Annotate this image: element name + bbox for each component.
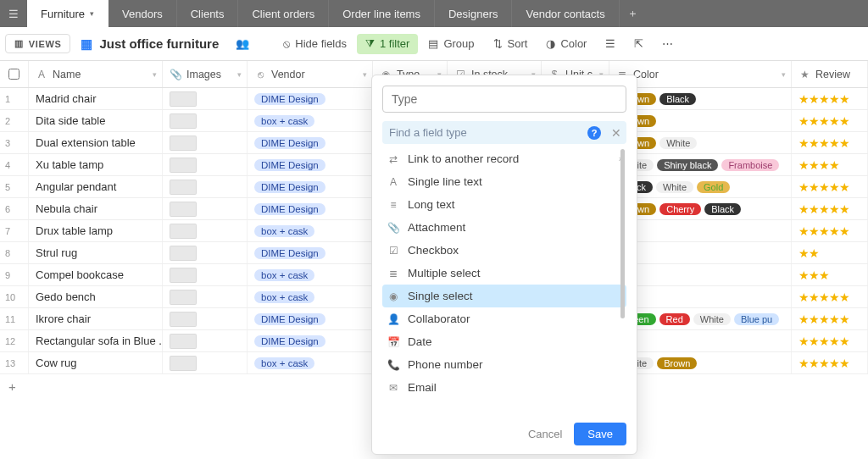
cell-image[interactable]: [163, 132, 248, 153]
current-view[interactable]: ▦ Just office furniture: [72, 36, 227, 52]
cell-name[interactable]: Dual extension table: [29, 132, 163, 153]
cell-image[interactable]: [163, 286, 248, 307]
cell-vendor[interactable]: DIME Design: [248, 308, 373, 329]
field-type-link-to-another-record[interactable]: ⇄Link to another record›: [382, 147, 626, 170]
sort-button[interactable]: ⇅Sort: [485, 34, 537, 53]
cancel-button[interactable]: Cancel: [528, 428, 562, 440]
cell-review[interactable]: ★★★★★: [792, 286, 868, 307]
field-type-multiple-select[interactable]: ≣Multiple select: [382, 262, 626, 285]
share-view-button[interactable]: ⇱: [626, 34, 652, 53]
cell-vendor[interactable]: DIME Design: [248, 242, 373, 263]
cell-image[interactable]: [163, 242, 248, 263]
cell-vendor[interactable]: DIME Design: [248, 198, 373, 219]
cell-image[interactable]: [163, 330, 248, 351]
cell-image[interactable]: [163, 88, 248, 109]
tab-client-orders[interactable]: Client orders: [238, 0, 329, 27]
select-all-checkbox[interactable]: [8, 69, 19, 80]
col-header-images[interactable]: 📎Images▾: [163, 61, 248, 87]
field-type-list[interactable]: ⇄Link to another record›ASingle line tex…: [382, 147, 626, 399]
cell-image[interactable]: [163, 220, 248, 241]
tab-vendors[interactable]: Vendors: [108, 0, 177, 27]
tab-order-line-items[interactable]: Order line items: [329, 0, 435, 27]
add-table-button[interactable]: ＋: [620, 0, 647, 27]
field-type-attachment[interactable]: 📎Attachment: [382, 216, 626, 239]
cell-name[interactable]: Strul rug: [29, 242, 163, 263]
main-menu-button[interactable]: ☰: [0, 0, 27, 27]
cell-name[interactable]: Drux table lamp: [29, 220, 163, 241]
cell-name[interactable]: Angular pendant: [29, 176, 163, 197]
cell-image[interactable]: [163, 110, 248, 131]
tab-designers[interactable]: Designers: [435, 0, 513, 27]
cell-vendor[interactable]: DIME Design: [248, 330, 373, 351]
tab-furniture[interactable]: Furniture▾: [27, 0, 108, 27]
color-button[interactable]: ◑Color: [537, 34, 595, 53]
cell-name[interactable]: Xu table tamp: [29, 154, 163, 175]
cell-image[interactable]: [163, 154, 248, 175]
help-icon[interactable]: ?: [587, 126, 601, 140]
field-type-collaborator[interactable]: 👤Collaborator: [382, 307, 626, 330]
cell-image[interactable]: [163, 352, 248, 373]
collaborators-icon[interactable]: 👥: [229, 37, 256, 50]
cell-vendor[interactable]: DIME Design: [248, 176, 373, 197]
cell-name[interactable]: Ikrore chair: [29, 308, 163, 329]
field-type-date[interactable]: 📅Date: [382, 330, 626, 353]
cell-vendor[interactable]: box + cask: [248, 286, 373, 307]
field-type-long-text[interactable]: ≡Long text: [382, 193, 626, 216]
cell-review[interactable]: ★★★★★: [792, 176, 868, 197]
field-name-input[interactable]: [382, 86, 626, 113]
field-type-email[interactable]: ✉Email: [382, 376, 626, 399]
tab-vendor-contacts[interactable]: Vendor contacts: [512, 0, 619, 27]
cell-vendor[interactable]: box + cask: [248, 110, 373, 131]
cell-image[interactable]: [163, 198, 248, 219]
row-height-button[interactable]: ☰: [597, 34, 624, 53]
cell-name[interactable]: Madrid chair: [29, 88, 163, 109]
field-type-search[interactable]: Find a field type ? ✕: [382, 121, 626, 144]
cell-name[interactable]: Dita side table: [29, 110, 163, 131]
cell-review[interactable]: ★★★★★: [792, 330, 868, 351]
cell-review[interactable]: ★★★★★: [792, 220, 868, 241]
cell-review[interactable]: ★★★★★: [792, 88, 868, 109]
cell-review[interactable]: ★★★: [792, 264, 868, 285]
tab-clients[interactable]: Clients: [177, 0, 239, 27]
cell-review[interactable]: ★★★★★: [792, 132, 868, 153]
cell-vendor[interactable]: box + cask: [248, 352, 373, 373]
filter-button[interactable]: ⧩1 filter: [357, 34, 418, 54]
cell-vendor[interactable]: DIME Design: [248, 154, 373, 175]
hide-fields-button[interactable]: ⦸Hide fields: [275, 34, 355, 54]
cell-review[interactable]: ★★★★: [792, 154, 868, 175]
views-switcher[interactable]: ▥ VIEWS: [5, 34, 70, 53]
cell-name[interactable]: Nebula chair: [29, 198, 163, 219]
cell-image[interactable]: [163, 264, 248, 285]
cell-review[interactable]: ★★★★★: [792, 198, 868, 219]
field-type-single-line-text[interactable]: ASingle line text: [382, 170, 626, 193]
cell-review[interactable]: ★★★★★: [792, 352, 868, 373]
col-header-vendor[interactable]: ⎋Vendor▾: [248, 61, 373, 87]
cell-vendor[interactable]: DIME Design: [248, 132, 373, 153]
cell-name[interactable]: Cow rug: [29, 352, 163, 373]
cell-vendor[interactable]: DIME Design: [248, 88, 373, 109]
cell-name[interactable]: Rectangular sofa in Blue ...: [29, 330, 163, 351]
field-type-single-select[interactable]: ◉Single select: [382, 285, 626, 307]
select-all-header[interactable]: [0, 61, 29, 87]
more-button[interactable]: ⋯: [654, 34, 682, 53]
col-vendor-label: Vendor: [271, 69, 305, 80]
cell-vendor[interactable]: box + cask: [248, 220, 373, 241]
group-button[interactable]: ▤Group: [420, 34, 482, 53]
cell-review[interactable]: ★★: [792, 242, 868, 263]
cell-image[interactable]: [163, 176, 248, 197]
cell-name[interactable]: Gedo bench: [29, 286, 163, 307]
col-header-review[interactable]: ★Review: [792, 61, 868, 87]
save-button[interactable]: Save: [574, 423, 626, 445]
field-type-phone-number[interactable]: 📞Phone number: [382, 353, 626, 376]
cell-name[interactable]: Compel bookcase: [29, 264, 163, 285]
color-tag: Blue pu: [734, 313, 779, 325]
col-header-name[interactable]: AName▾: [29, 61, 163, 87]
close-icon[interactable]: ✕: [611, 126, 621, 140]
field-type-checkbox[interactable]: ☑Checkbox: [382, 239, 626, 262]
cell-review[interactable]: ★★★★★: [792, 308, 868, 329]
col-review-label: Review: [815, 69, 850, 80]
cell-image[interactable]: [163, 308, 248, 329]
scrollbar-thumb[interactable]: [620, 149, 625, 318]
cell-review[interactable]: ★★★★★: [792, 110, 868, 131]
cell-vendor[interactable]: box + cask: [248, 264, 373, 285]
